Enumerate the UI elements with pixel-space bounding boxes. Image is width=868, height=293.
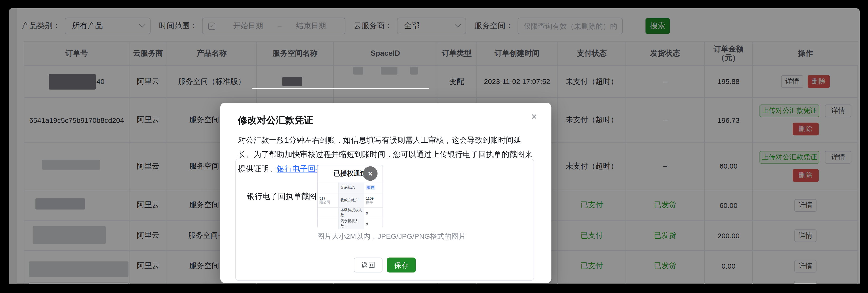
receipt-mini-table: 交易状态 银行 517限公司 收款方账户 1109数字 本级待授权人数 0 剩余… xyxy=(318,182,382,229)
edit-remittance-voucher-dialog: 修改对公汇款凭证 × 对公汇款一般1分钟左右到账，如信息填写有误则需人工审核，这… xyxy=(220,103,551,283)
save-button[interactable]: 保存 xyxy=(387,258,416,272)
close-icon[interactable]: × xyxy=(531,112,537,122)
mini-label: 收款方账户 xyxy=(339,193,364,208)
screenshot-stage: 产品类别： 所有产品 时间范围： ✓ 开始日期 – 结束日期 云服务商： 全部 … xyxy=(0,0,868,293)
mini-value: 0 xyxy=(364,218,382,229)
upload-section: 银行电子回执单截图: × 已授权通过 交易状态 银行 517限公司 收款方账户 … xyxy=(235,158,534,281)
mini-cell xyxy=(318,208,339,218)
highlight-line xyxy=(252,88,429,89)
remove-image-icon[interactable]: × xyxy=(363,167,378,181)
mini-label: 剩余授权人数： xyxy=(339,218,364,229)
upload-hint: 图片大小2M以内，JPEG/JPG/PNG格式的图片 xyxy=(317,231,466,242)
mini-label: 本级待授权人数 xyxy=(339,208,364,218)
receipt-thumbnail[interactable]: × 已授权通过 交易状态 银行 517限公司 收款方账户 1109数字 本级待授… xyxy=(317,165,383,228)
dialog-actions: 返回 保存 xyxy=(236,258,533,272)
dialog-title: 修改对公汇款凭证 xyxy=(238,114,313,126)
mini-value: 0 xyxy=(364,208,382,218)
mini-cell xyxy=(318,182,339,193)
receipt-screenshot-label: 银行电子回执单截图: xyxy=(247,192,319,202)
back-button[interactable]: 返回 xyxy=(354,258,382,272)
bank-tag: 银行 xyxy=(366,185,375,190)
mini-label: 交易状态 xyxy=(339,182,364,193)
mini-cell: 517限公司 xyxy=(318,193,339,208)
mini-cell xyxy=(318,218,339,229)
mini-value: 1109数字 xyxy=(364,193,382,208)
mini-value: 银行 xyxy=(364,182,382,193)
